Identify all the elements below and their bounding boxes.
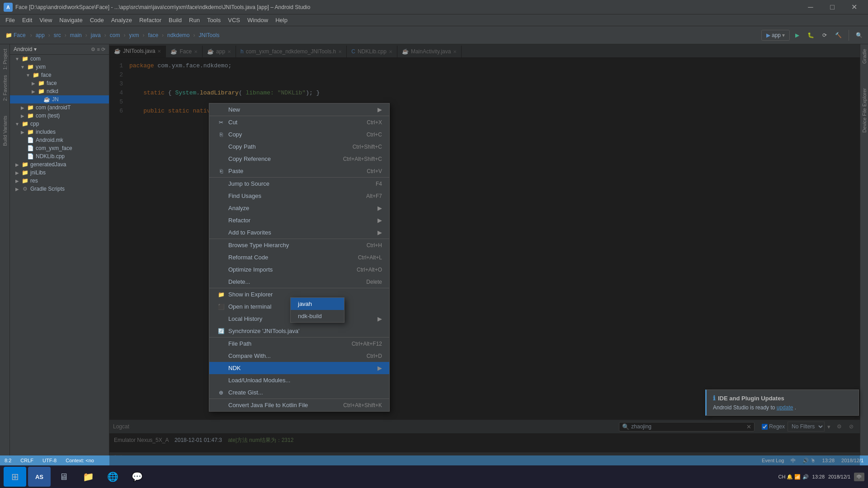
tree-com-test[interactable]: ▶📁 com (test) [10,112,109,120]
ctx-copy[interactable]: ⎘ Copy Ctrl+C [209,128,389,141]
sidebar-favorites-tab[interactable]: 2: Favorites [1,72,9,103]
ctx-analyze[interactable]: Analyze ▶ [209,202,389,214]
tree-com[interactable]: ▼📁 com [10,55,109,63]
ctx-load-modules[interactable]: Load/Unload Modules... [209,374,389,386]
breadcrumb-face[interactable]: face [146,31,160,39]
ctx-reformat[interactable]: Reformat Code Ctrl+Alt+L [209,251,389,263]
ctx-synchronize[interactable]: 🔄 Synchronize 'JNITools.java' [209,325,389,337]
breadcrumb-yxm[interactable]: yxm [127,31,141,39]
minimize-button[interactable]: ─ [800,1,821,14]
taskbar-as[interactable]: AS [28,467,51,487]
tree-jnitools[interactable]: ☕ JN [10,95,109,103]
tree-ndkd[interactable]: ▶📁 ndkd [10,87,109,95]
sidebar-build-variants-tab[interactable]: Build Variants [1,113,9,149]
tree-cpp[interactable]: ▼📁 cpp [10,120,109,128]
tree-face-sub[interactable]: ▶📁 face [10,79,109,87]
menu-help[interactable]: Help [272,15,291,25]
ctx-jump-source[interactable]: Jump to Source F4 [209,177,389,190]
run-button[interactable]: ▶ [793,31,802,40]
sync-button[interactable]: ⟳ [820,31,830,40]
app-icon: A [4,3,13,12]
maximize-button[interactable]: □ [822,1,843,14]
ctx-paste[interactable]: ⎗ Paste Ctrl+V [209,165,389,177]
tree-ndklib-cpp[interactable]: 📄 NDKLib.cpp [10,152,109,160]
menu-run[interactable]: Run [185,15,203,25]
menu-bar: File Edit View Navigate Code Analyze Ref… [0,14,868,26]
ctx-find-usages[interactable]: Find Usages Alt+F7 [209,190,389,202]
breadcrumb-main[interactable]: main [68,31,84,39]
ctx-copy-path[interactable]: Copy Path Ctrl+Shift+C [209,141,389,153]
tree-includes[interactable]: ▶📁 includes [10,128,109,136]
ctx-new[interactable]: New ▶ [209,103,389,116]
taskbar-terminal[interactable]: 🖥 [52,467,75,487]
taskbar-wechat[interactable]: 💬 [126,467,148,487]
tree-jnilibs[interactable]: ▶📁 jniLibs [10,169,109,177]
run-app-dropdown[interactable]: ▶ app ▾ [761,30,790,41]
tree-face[interactable]: ▼📁 face [10,71,109,79]
notification-body: Android Studio is ready to update . [713,404,852,411]
ctx-cut[interactable]: ✂ Cut Ctrl+X [209,116,389,128]
breadcrumb-ndkdemo[interactable]: ndkdemo [165,31,191,39]
build-menu[interactable]: 🔨 [832,31,844,40]
ctx-compare[interactable]: Compare With... Ctrl+D [209,350,389,362]
ctx-browse-hierarchy[interactable]: Browse Type Hierarchy Ctrl+H [209,239,389,251]
tray-icons: CH 🔔 📶 🔊 [778,474,808,480]
menu-navigate[interactable]: Navigate [56,15,86,25]
title-bar: A Face [D:\app\android\workSpace\Face] -… [0,0,868,14]
ctx-add-favorites[interactable]: Add to Favorites ▶ [209,226,389,239]
tree-yxm[interactable]: ▼📁 yxm [10,63,109,71]
tree-com-android[interactable]: ▶📁 com (androidT [10,103,109,112]
submenu-ndk-build[interactable]: ndk-build [291,310,344,322]
project-title: Android ▾ [14,46,37,52]
info-icon: ℹ [713,394,715,402]
notification-update-link[interactable]: update [777,404,793,411]
menu-window[interactable]: Window [244,15,272,25]
breadcrumb-src[interactable]: src [52,31,63,39]
menu-tools[interactable]: Tools [203,15,224,25]
ctx-optimize[interactable]: Optimize Imports Ctrl+Alt+O [209,263,389,276]
menu-code[interactable]: Code [86,15,108,25]
start-button[interactable]: ⊞ [4,467,26,487]
tree-res[interactable]: ▶📁 res [10,177,109,185]
ctx-ndk[interactable]: NDK ▶ [209,362,389,374]
tree-generated[interactable]: ▶📁 generatedJava [10,160,109,169]
status-context: Context: <no [66,458,94,463]
tray-lang[interactable]: 中 [854,473,864,481]
menu-edit[interactable]: Edit [19,15,36,25]
search-everywhere[interactable]: 🔍 [853,31,865,40]
breadcrumb-jnitools[interactable]: JNITools [197,31,221,39]
right-panels: Gradle Device File Explorer [860,44,868,465]
debug-button[interactable]: 🐛 [805,31,817,40]
ctx-delete[interactable]: Delete... Delete [209,276,389,288]
ctx-file-path[interactable]: File Path Ctrl+Alt+F12 [209,337,389,350]
breadcrumb-com[interactable]: com [108,31,122,39]
close-button[interactable]: ✕ [844,1,864,14]
menu-file[interactable]: File [2,15,19,25]
breadcrumb-app[interactable]: app [34,31,47,39]
sidebar-project-tab[interactable]: 1: Project [1,46,9,72]
menu-build[interactable]: Build [165,15,185,25]
window-controls: ─ □ ✕ [800,1,864,14]
taskbar-browser[interactable]: 🌐 [101,467,124,487]
menu-refactor[interactable]: Refactor [136,15,165,25]
status-encoding: UTF-8 [42,458,57,463]
toolbar: 📁 Face › app › src › main › java › com ›… [0,26,868,44]
gradle-tab[interactable]: Gradle [860,46,868,66]
menu-vcs[interactable]: VCS [224,15,244,25]
menu-analyze[interactable]: Analyze [108,15,136,25]
tray-time: 13:28 [812,474,825,479]
tree-gradle[interactable]: ▶⚙ Gradle Scripts [10,185,109,193]
ctx-create-gist[interactable]: ⊕ Create Gist... [209,386,389,399]
breadcrumb-java[interactable]: java [89,31,103,39]
device-file-explorer-tab[interactable]: Device File Explorer [860,85,868,135]
tree-android-mk[interactable]: 📄 Android.mk [10,136,109,144]
ctx-refactor[interactable]: Refactor ▶ [209,214,389,226]
submenu-javah[interactable]: javah [291,298,344,310]
tree-com-yxm-face[interactable]: 📄 com_yxm_face [10,144,109,152]
ctx-copy-reference[interactable]: Copy Reference Ctrl+Alt+Shift+C [209,153,389,165]
context-menu: New ▶ ✂ Cut Ctrl+X ⎘ Copy Ctrl+C Copy Pa… [209,103,390,412]
taskbar-explorer[interactable]: 📁 [77,467,99,487]
menu-view[interactable]: View [36,15,56,25]
ndk-submenu: javah ndk-build [290,297,344,323]
ctx-convert-kotlin[interactable]: Convert Java File to Kotlin File Ctrl+Al… [209,399,389,411]
